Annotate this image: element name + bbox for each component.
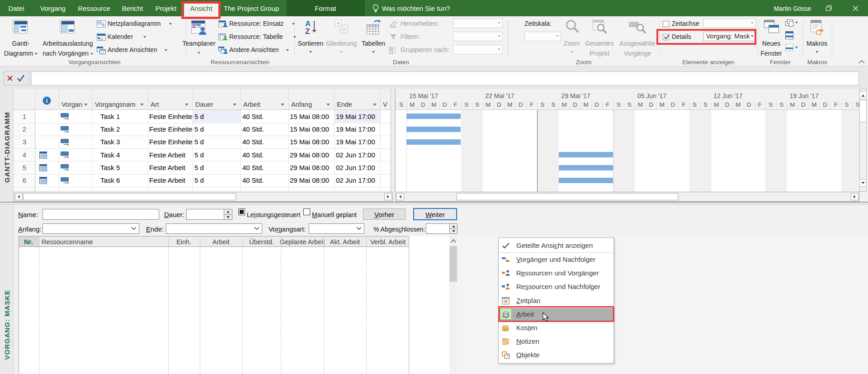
svg-text:i: i	[46, 97, 48, 104]
svg-text:Z: Z	[305, 27, 310, 36]
